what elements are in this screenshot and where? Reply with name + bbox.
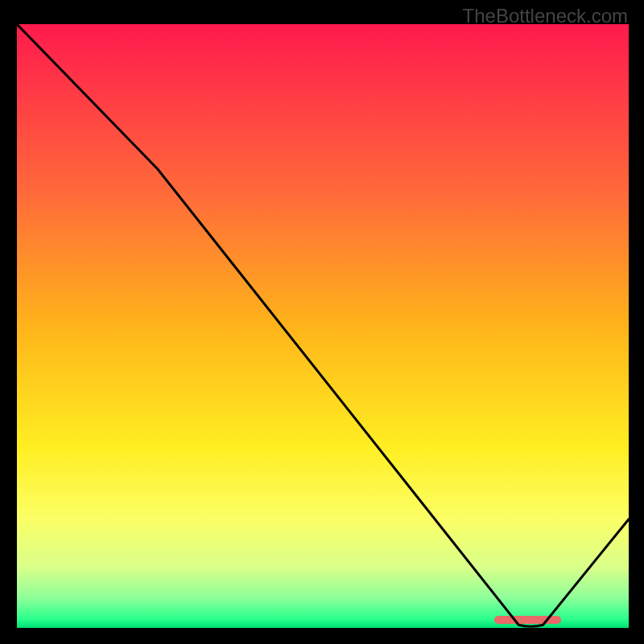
chart-plot-area bbox=[17, 24, 629, 628]
watermark-text: TheBottleneck.com bbox=[463, 5, 628, 27]
bottleneck-curve bbox=[17, 24, 629, 628]
